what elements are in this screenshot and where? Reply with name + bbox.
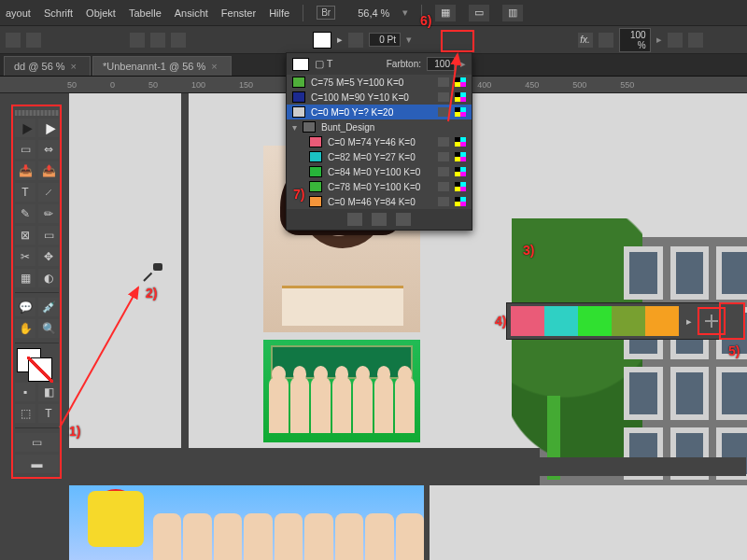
grid-plus-icon <box>705 315 718 328</box>
menu-layout[interactable]: ayout <box>6 7 31 19</box>
opacity-icon[interactable] <box>599 33 613 48</box>
direct-selection-tool[interactable] <box>38 119 59 137</box>
eyedropper-tool[interactable]: 💉 <box>38 298 59 316</box>
ruler-tick: 500 <box>572 80 586 90</box>
screen-mode-preview[interactable]: ▬ <box>15 455 59 473</box>
add-theme-to-swatches-button[interactable] <box>698 307 726 335</box>
menu-objekt[interactable]: Objekt <box>86 7 116 19</box>
swatch-row[interactable]: C=0 M=46 Y=84 K=0 <box>287 194 472 209</box>
formatting-text-icon[interactable]: T <box>38 404 59 423</box>
ruler-tick: 450 <box>525 80 539 90</box>
gradient-swatch-tool[interactable]: ▦ <box>15 269 35 287</box>
new-folder-icon[interactable] <box>347 213 362 226</box>
menu-hilfe[interactable]: Hilfe <box>269 7 289 19</box>
trash-icon[interactable] <box>396 213 411 226</box>
swatch-row[interactable]: C=0 M=0 Y=? K=20 <box>287 105 472 119</box>
swatch-panel-header: ▢ T Farbton: 100 ▸ <box>287 53 472 75</box>
apply-color-icon[interactable]: ▪ <box>15 383 35 401</box>
swatch-row[interactable]: C=75 M=5 Y=100 K=0 <box>287 75 472 90</box>
hand-tool[interactable]: ✋ <box>15 319 35 338</box>
fill-stroke-proxy[interactable] <box>15 348 59 380</box>
menu-fenster[interactable]: Fenster <box>221 7 256 19</box>
link-icon[interactable] <box>26 33 41 48</box>
gradient-feather-tool[interactable]: ◐ <box>38 269 59 287</box>
color-theme-panel: ▸ <box>506 302 745 340</box>
view-options-icon[interactable]: ▦ <box>435 5 456 21</box>
formatting-container-icon[interactable]: ⬚ <box>15 404 35 423</box>
theme-swatch-4[interactable] <box>612 306 645 336</box>
theme-swatch-3[interactable] <box>578 306 612 336</box>
screen-mode-icon[interactable]: ▭ <box>469 5 489 21</box>
rectangle-tool[interactable]: ▭ <box>38 226 59 245</box>
doc-tab-dd[interactable]: dd @ 56 % × <box>4 56 91 76</box>
menu-tabelle[interactable]: Tabelle <box>129 7 162 19</box>
theme-flyout-icon[interactable]: ▸ <box>684 315 694 328</box>
empty-frame[interactable] <box>430 485 747 560</box>
page-tool[interactable]: ▭ <box>15 140 35 159</box>
swatch-row[interactable]: C=82 M=0 Y=27 K=0 <box>287 149 472 164</box>
arrange-docs-icon[interactable]: ▥ <box>502 5 523 21</box>
eyedropper-cursor-icon <box>142 263 162 284</box>
note-tool[interactable]: 💬 <box>15 298 35 316</box>
menu-ansicht[interactable]: Ansicht <box>175 7 208 19</box>
corner-options-icon[interactable] <box>688 33 703 48</box>
zoom-tool[interactable]: 🔍 <box>38 319 59 338</box>
gutter <box>69 457 746 476</box>
theme-swatch-5[interactable] <box>645 306 679 336</box>
doc-tab-unbenannt[interactable]: *Unbenannt-1 @ 56 % × <box>92 56 232 76</box>
selection-tool[interactable] <box>15 119 35 137</box>
scissors-tool[interactable]: ✂ <box>15 247 35 266</box>
fill-color-swatch[interactable] <box>313 32 331 49</box>
ruler-tick: 50 <box>148 80 158 90</box>
pencil-tool[interactable]: ✏ <box>38 204 59 223</box>
image-frame-classroom[interactable] <box>263 340 420 442</box>
swatch-row[interactable]: C=100 M=90 Y=10 K=0 <box>287 90 472 105</box>
gap-tool[interactable]: ⇔ <box>38 140 59 159</box>
empty-frame[interactable] <box>194 340 258 442</box>
free-transform-tool[interactable]: ✥ <box>38 247 59 266</box>
fill-proxy-icon[interactable] <box>292 58 309 71</box>
flip-h-icon[interactable] <box>130 33 145 48</box>
main-menu-bar: ayout Schrift Objekt Tabelle Ansicht Fen… <box>0 0 747 26</box>
ruler-tick: 0 <box>110 80 115 90</box>
swatch-row[interactable]: C=84 M=0 Y=100 K=0 <box>287 164 472 179</box>
menu-schrift[interactable]: Schrift <box>44 7 73 19</box>
tint-field[interactable]: 100 <box>427 57 455 71</box>
stroke-icon[interactable] <box>348 33 363 48</box>
empty-frame[interactable] <box>194 146 258 332</box>
close-icon[interactable]: × <box>71 61 77 72</box>
image-frame-playground[interactable] <box>69 485 424 560</box>
ruler-tick: 400 <box>477 80 491 90</box>
stroke-weight-field[interactable]: 0 Pt <box>369 33 401 47</box>
control-bar: ▸ 0 Pt ▾ fx. 100 % ▸ <box>0 26 747 54</box>
swatch-panel-footer <box>287 209 472 230</box>
fx-icon[interactable]: fx. <box>578 33 593 48</box>
page-left[interactable] <box>69 93 181 448</box>
type-tool[interactable]: T <box>15 183 35 202</box>
swatch-row[interactable]: C=0 M=74 Y=46 K=0 <box>287 134 472 149</box>
theme-swatch-1[interactable] <box>511 306 544 336</box>
bridge-icon[interactable]: Br <box>317 6 335 20</box>
container-text-toggle-icon[interactable]: ▢ T <box>315 58 333 70</box>
reference-point-icon[interactable] <box>6 33 21 48</box>
new-swatch-icon[interactable] <box>372 213 387 226</box>
rectangle-frame-tool[interactable]: ⊠ <box>15 226 35 245</box>
theme-swatch-2[interactable] <box>544 306 578 336</box>
screen-mode-normal[interactable]: ▭ <box>15 433 59 452</box>
content-placer-tool[interactable]: 📤 <box>38 161 59 180</box>
pen-tool[interactable]: ✎ <box>15 204 35 223</box>
zoom-level-field[interactable]: 56,4 % <box>358 7 389 19</box>
tab-label: *Unbenannt-1 @ 56 % <box>103 61 205 72</box>
panel-grip[interactable] <box>15 110 59 116</box>
rotate-icon[interactable] <box>171 33 186 48</box>
swatch-row[interactable]: C=78 M=0 Y=100 K=0 <box>287 179 472 194</box>
line-tool[interactable]: ⟋ <box>38 183 59 202</box>
close-icon[interactable]: × <box>211 61 217 72</box>
swatch-folder[interactable]: ▾Bunt_Design <box>287 119 472 134</box>
text-wrap-icon[interactable] <box>668 33 683 48</box>
opacity-field[interactable]: 100 % <box>619 28 651 52</box>
apply-gradient-icon[interactable]: ◧ <box>38 383 59 401</box>
content-collector-tool[interactable]: 📥 <box>15 161 35 180</box>
swatch-list[interactable]: C=75 M=5 Y=100 K=0C=100 M=90 Y=10 K=0C=0… <box>287 75 472 209</box>
flip-v-icon[interactable] <box>150 33 165 48</box>
